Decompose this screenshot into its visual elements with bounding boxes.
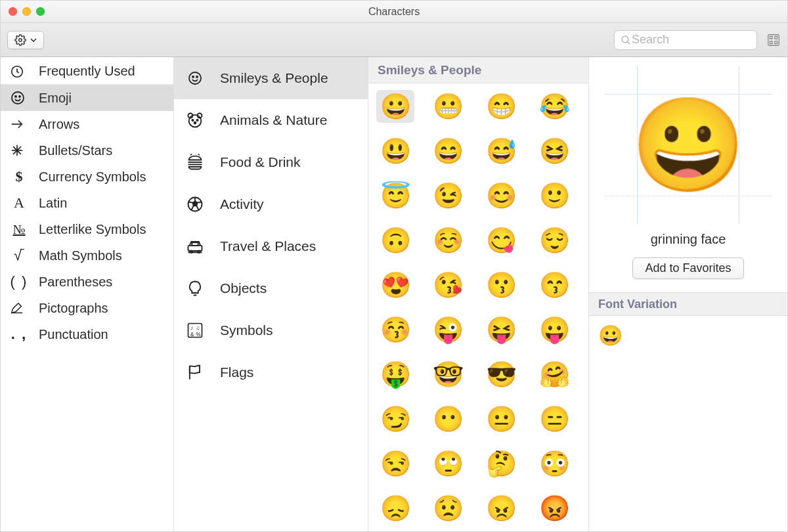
emoji-cell[interactable]: 😙 xyxy=(535,269,573,301)
emoji-cell[interactable]: 🙃 xyxy=(376,224,414,257)
svg-line-2 xyxy=(627,41,630,44)
smiley-icon xyxy=(185,68,206,89)
emoji-cell[interactable]: 🙄 xyxy=(429,447,468,480)
detail-panel: 😀 grinning face Add to Favorites Font Va… xyxy=(589,57,787,531)
sidebar-item-label: Bullets/Stars xyxy=(39,143,112,158)
car-icon xyxy=(185,236,206,257)
numero-icon: № xyxy=(10,222,28,237)
sidebar-item-latin[interactable]: ALatin xyxy=(1,190,173,216)
emoji-cell[interactable]: 😝 xyxy=(483,313,521,346)
svg-text:♫: ♫ xyxy=(196,325,200,331)
burger-icon xyxy=(185,152,206,173)
emoji-cell[interactable]: 😏 xyxy=(376,403,414,435)
emoji-cell[interactable]: 🤓 xyxy=(429,358,468,391)
subcategory-item-animals-nature[interactable]: Animals & Nature xyxy=(174,99,368,141)
sidebar-item-letterlike-symbols[interactable]: №Letterlike Symbols xyxy=(1,216,173,242)
subcategory-item-food-drink[interactable]: Food & Drink xyxy=(174,141,368,183)
emoji-grid-scroll[interactable]: 😀😬😁😂😃😄😅😆😇😉😊🙂🙃☺️😋😌😍😘😗😙😚😜😝😛🤑🤓😎🤗😏😶😐😑😒🙄🤔😳😞😟😠… xyxy=(368,83,588,531)
toolbar xyxy=(1,23,787,57)
sqrt-icon: √ xyxy=(10,247,28,264)
emoji-cell[interactable]: 😃 xyxy=(376,135,414,167)
sidebar-item-frequently-used[interactable]: Frequently Used xyxy=(1,58,173,85)
letterA-icon: A xyxy=(10,194,28,211)
toggle-layout-button[interactable] xyxy=(766,33,781,47)
sidebar-item-label: Arrows xyxy=(39,117,79,132)
emoji-cell[interactable]: 😠 xyxy=(483,492,521,525)
soccer-icon xyxy=(185,194,206,215)
emoji-cell[interactable]: 😁 xyxy=(483,90,521,123)
svg-line-33 xyxy=(196,206,199,210)
sidebar-item-pictographs[interactable]: Pictographs xyxy=(1,295,173,321)
subcategory-item-label: Smileys & People xyxy=(220,70,328,86)
emoji-cell[interactable]: 😂 xyxy=(535,90,573,123)
emoji-cell[interactable]: 😟 xyxy=(429,492,468,525)
svg-line-32 xyxy=(198,202,202,203)
svg-point-26 xyxy=(194,122,196,124)
emoji-cell[interactable]: 😞 xyxy=(376,492,414,525)
emoji-cell[interactable]: 😄 xyxy=(429,135,468,167)
emoji-cell[interactable]: 😀 xyxy=(376,90,414,123)
emoji-cell[interactable]: 😋 xyxy=(483,224,521,257)
category-sidebar: Frequently UsedEmojiArrowsBullets/Stars$… xyxy=(1,57,174,531)
subcategory-item-symbols[interactable]: ♪♫&%Symbols xyxy=(174,309,368,351)
emoji-cell[interactable]: 😍 xyxy=(376,269,414,301)
options-menu-button[interactable] xyxy=(7,31,44,49)
emoji-cell[interactable]: 🤔 xyxy=(483,447,521,480)
punct-icon: . , xyxy=(10,326,28,343)
svg-line-35 xyxy=(189,202,193,203)
subcategory-item-travel-places[interactable]: Travel & Places xyxy=(174,225,368,267)
sidebar-item-punctuation[interactable]: . ,Punctuation xyxy=(1,321,173,347)
svg-point-20 xyxy=(196,76,198,78)
preview-area: 😀 grinning face Add to Favorites xyxy=(589,57,787,292)
emoji-cell[interactable]: 😳 xyxy=(535,447,573,480)
emoji-cell[interactable]: 🙂 xyxy=(535,179,573,212)
emoji-cell[interactable]: 😐 xyxy=(483,403,521,435)
search-input[interactable] xyxy=(632,33,784,47)
sidebar-item-arrows[interactable]: Arrows xyxy=(1,111,173,137)
subcategory-item-activity[interactable]: Activity xyxy=(174,183,368,225)
emoji-cell[interactable]: 😛 xyxy=(535,313,573,346)
window-title: Characters xyxy=(1,6,787,18)
emoji-cell[interactable]: ☺️ xyxy=(429,224,468,257)
font-variation-cell[interactable]: 😀 xyxy=(598,324,623,347)
search-field[interactable] xyxy=(614,30,757,50)
sidebar-item-parentheses[interactable]: ( )Parentheses xyxy=(1,269,173,295)
emoji-cell[interactable]: 😗 xyxy=(483,269,521,301)
emoji-cell[interactable]: 😘 xyxy=(429,269,468,301)
emoji-cell[interactable]: 😚 xyxy=(376,313,414,346)
sidebar-item-label: Math Symbols xyxy=(39,248,122,263)
preview-box: 😀 xyxy=(604,66,772,224)
arrow-icon xyxy=(10,117,28,131)
emoji-cell[interactable]: 😶 xyxy=(429,403,468,435)
add-to-favorites-button[interactable]: Add to Favorites xyxy=(632,257,743,279)
subcategory-item-smileys-people[interactable]: Smileys & People xyxy=(174,57,368,99)
subcategory-item-flags[interactable]: Flags xyxy=(174,351,368,393)
search-icon xyxy=(620,34,632,46)
emoji-cell[interactable]: 😆 xyxy=(535,135,573,167)
subcategory-item-objects[interactable]: Objects xyxy=(174,267,368,309)
emoji-cell[interactable]: 😌 xyxy=(535,224,573,257)
sidebar-item-currency-symbols[interactable]: $Currency Symbols xyxy=(1,164,173,190)
svg-point-23 xyxy=(189,115,202,127)
emoji-cell[interactable]: 😊 xyxy=(483,179,521,212)
emoji-cell[interactable]: 😎 xyxy=(483,358,521,391)
emoji-cell[interactable]: 😑 xyxy=(535,403,573,435)
sidebar-item-emoji[interactable]: Emoji xyxy=(1,85,173,111)
subcategory-item-label: Animals & Nature xyxy=(220,112,327,128)
emoji-cell[interactable]: 😇 xyxy=(376,179,414,212)
emoji-cell[interactable]: 😜 xyxy=(429,313,468,346)
chevron-down-icon xyxy=(30,37,37,43)
sidebar-item-math-symbols[interactable]: √Math Symbols xyxy=(1,242,173,269)
emoji-cell[interactable]: 😒 xyxy=(376,447,414,480)
emoji-cell[interactable]: 🤗 xyxy=(535,358,573,391)
emoji-cell[interactable]: 😡 xyxy=(535,492,573,525)
emoji-cell[interactable]: 😉 xyxy=(429,179,468,212)
svg-point-19 xyxy=(192,76,194,78)
emoji-cell[interactable]: 🤑 xyxy=(376,358,414,391)
emoji-cell[interactable]: 😅 xyxy=(483,135,521,167)
sidebar-item-label: Punctuation xyxy=(39,327,108,342)
svg-text:♪: ♪ xyxy=(190,325,193,331)
sidebar-item-bullets-stars[interactable]: Bullets/Stars xyxy=(1,137,173,164)
emoji-cell[interactable]: 😬 xyxy=(429,90,468,123)
parens-icon: ( ) xyxy=(10,273,28,290)
